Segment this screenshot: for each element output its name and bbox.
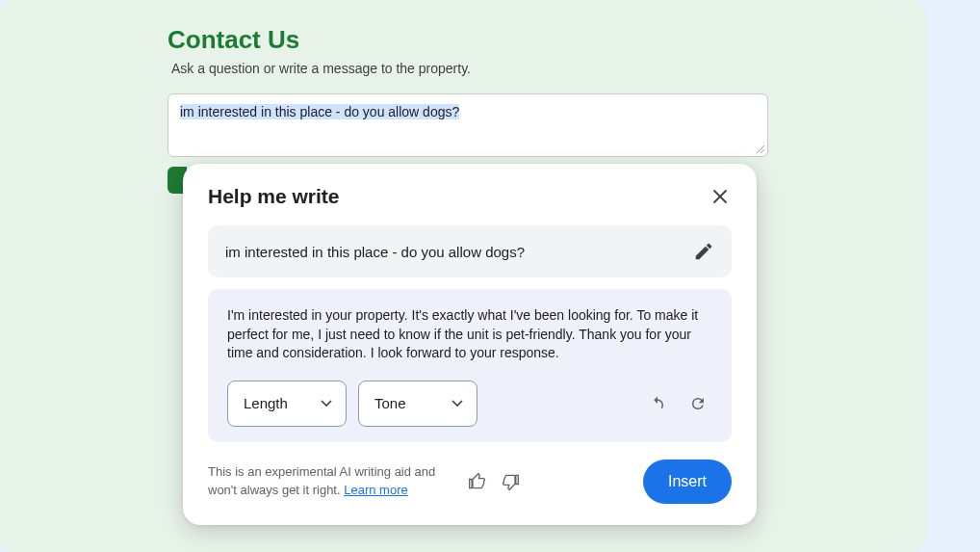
edit-prompt-button[interactable] bbox=[693, 241, 714, 262]
thumbs-up-button[interactable] bbox=[462, 466, 493, 497]
svg-line-0 bbox=[757, 145, 764, 153]
close-button[interactable] bbox=[709, 185, 732, 208]
thumbs-down-icon bbox=[501, 472, 520, 491]
prompt-text: im interested in this place - do you all… bbox=[225, 244, 525, 260]
regenerate-button[interactable] bbox=[683, 389, 712, 418]
result-box: I'm interested in your property. It's ex… bbox=[208, 289, 732, 442]
result-controls: Length Tone bbox=[227, 381, 712, 427]
result-text: I'm interested in your property. It's ex… bbox=[227, 306, 712, 363]
undo-button[interactable] bbox=[643, 389, 672, 418]
disclaimer-text: This is an experimental AI writing aid a… bbox=[208, 463, 449, 500]
popup-title: Help me write bbox=[208, 185, 340, 208]
length-label: Length bbox=[244, 395, 288, 411]
learn-more-link[interactable]: Learn more bbox=[344, 483, 407, 497]
message-selected-text: im interested in this place - do you all… bbox=[180, 104, 459, 119]
refresh-icon bbox=[689, 395, 707, 412]
message-textarea[interactable]: im interested in this place - do you all… bbox=[168, 93, 768, 157]
chevron-down-icon bbox=[451, 400, 463, 407]
page-subtitle: Ask a question or write a message to the… bbox=[171, 61, 768, 76]
popup-header: Help me write bbox=[208, 185, 732, 208]
close-icon bbox=[712, 189, 728, 204]
tone-select[interactable]: Tone bbox=[358, 381, 477, 427]
undo-icon bbox=[649, 395, 666, 412]
chevron-down-icon bbox=[321, 400, 332, 407]
help-me-write-popup: Help me write im interested in this plac… bbox=[183, 164, 757, 525]
pencil-icon bbox=[693, 241, 714, 262]
thumbs-up-icon bbox=[468, 472, 487, 491]
tone-label: Tone bbox=[374, 395, 406, 411]
length-select[interactable]: Length bbox=[227, 381, 347, 427]
feedback-group bbox=[462, 466, 526, 497]
insert-button[interactable]: Insert bbox=[643, 460, 732, 504]
thumbs-down-button[interactable] bbox=[495, 466, 526, 497]
svg-line-1 bbox=[761, 149, 764, 153]
page-title: Contact Us bbox=[168, 25, 768, 55]
popup-footer: This is an experimental AI writing aid a… bbox=[208, 460, 732, 504]
resize-grip-icon[interactable] bbox=[755, 144, 764, 153]
prompt-box: im interested in this place - do you all… bbox=[208, 225, 732, 277]
